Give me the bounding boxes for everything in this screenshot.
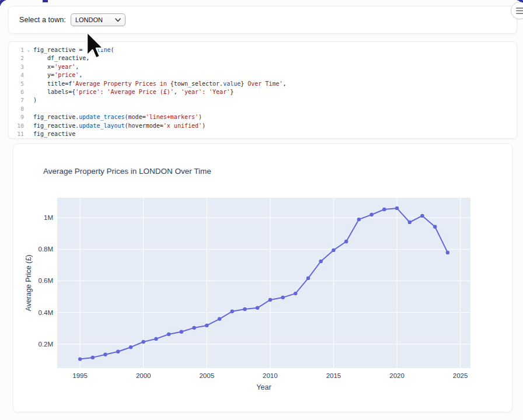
code-line: 3 x='year', <box>9 63 517 71</box>
data-point[interactable] <box>433 225 437 229</box>
data-point[interactable] <box>382 208 386 211</box>
line-number: 2 <box>9 54 24 62</box>
line-number: 10 <box>9 122 24 130</box>
y-tick-label: 0.4M <box>38 309 53 316</box>
code-text: fig_reactive <box>33 131 75 137</box>
chevron-down-icon <box>115 18 121 22</box>
town-selector-bar: Select a town: LONDON <box>8 6 517 34</box>
line-number: 9 <box>9 113 24 121</box>
x-tick-label: 2010 <box>263 372 278 379</box>
chart-title: Average Property Prices in LONDON Over T… <box>43 167 211 176</box>
code-line: 11fig_reactive <box>9 130 517 138</box>
code-text: df_reactive, <box>33 55 89 61</box>
code-text: ) <box>33 97 37 103</box>
line-number: 4 <box>9 71 24 79</box>
data-point[interactable] <box>243 307 246 311</box>
code-text: labels={'price': 'Average Price (£)', 'y… <box>33 89 233 95</box>
data-point[interactable] <box>306 276 310 280</box>
code-line: 7) <box>9 96 517 104</box>
y-tick-label: 0.2M <box>38 341 53 348</box>
code-line: 10fig_reactive.update_layout(hovermode='… <box>9 122 517 130</box>
town-selector-label: Select a town: <box>19 16 66 24</box>
x-tick-label: 2005 <box>199 372 214 379</box>
data-point[interactable] <box>231 310 234 313</box>
data-point[interactable] <box>218 317 221 321</box>
data-point[interactable] <box>269 298 272 302</box>
chart-output-card: 0.2M0.4M0.6M0.8M1M1995200020052010201520… <box>13 144 512 412</box>
data-point[interactable] <box>78 357 82 360</box>
data-point[interactable] <box>91 356 95 359</box>
code-line: 8 <box>9 105 517 113</box>
x-tick-label: 2025 <box>453 372 468 379</box>
line-number: 5 <box>9 80 24 88</box>
code-editor[interactable]: 1⌄fig_reactive = px.line(2 df_reactive,3… <box>8 41 517 139</box>
hamburger-icon <box>516 8 523 14</box>
line-number: 8 <box>9 105 24 113</box>
fold-caret-icon[interactable]: ⌄ <box>24 46 33 54</box>
x-tick-label: 2000 <box>136 372 151 379</box>
code-text: y='price', <box>33 72 82 78</box>
data-point[interactable] <box>395 206 399 210</box>
data-point[interactable] <box>256 306 259 310</box>
data-point[interactable] <box>408 220 412 224</box>
town-select-dropdown[interactable]: LONDON <box>71 13 125 26</box>
frame-corner-top-left <box>0 0 9 9</box>
line-number: 1 <box>9 46 24 54</box>
data-point[interactable] <box>180 330 183 334</box>
line-number: 7 <box>9 96 24 104</box>
line-number: 11 <box>9 130 24 138</box>
code-text: fig_reactive.update_traces(mode='lines+m… <box>33 114 202 120</box>
code-text: x='year', <box>33 64 79 70</box>
data-point[interactable] <box>154 337 158 341</box>
line-chart: 0.2M0.4M0.6M0.8M1M1995200020052010201520… <box>13 144 513 412</box>
data-point[interactable] <box>357 218 361 221</box>
y-tick-label: 1M <box>44 214 53 221</box>
data-point[interactable] <box>103 353 107 356</box>
data-point[interactable] <box>344 240 348 243</box>
code-text: title=f'Average Property Prices in {town… <box>33 80 287 87</box>
data-point[interactable] <box>281 296 284 299</box>
code-line: 9fig_reactive.update_traces(mode='lines+… <box>9 113 517 121</box>
x-axis-title: Year <box>256 383 271 391</box>
town-select-value: LONDON <box>75 16 103 23</box>
x-tick-label: 1995 <box>72 372 88 379</box>
mouse-cursor-icon <box>85 32 105 62</box>
drag-handle-notch <box>43 0 48 2</box>
code-line: 5 title=f'Average Property Prices in {to… <box>9 80 517 88</box>
data-point[interactable] <box>116 350 120 354</box>
code-line: 6 labels={'price': 'Average Price (£)', … <box>9 88 517 96</box>
data-point[interactable] <box>142 340 145 344</box>
data-point[interactable] <box>294 292 297 295</box>
x-tick-label: 2020 <box>389 372 405 379</box>
data-point[interactable] <box>369 213 373 216</box>
y-tick-label: 0.6M <box>38 277 53 284</box>
data-point[interactable] <box>129 345 133 349</box>
y-axis-title: Average Price (£) <box>25 254 33 311</box>
code-text: fig_reactive.update_layout(hovermode='x … <box>33 123 205 129</box>
code-line: 4 y='price', <box>9 71 517 79</box>
data-point[interactable] <box>446 251 449 254</box>
line-number: 6 <box>9 88 24 96</box>
data-point[interactable] <box>319 260 323 263</box>
data-point[interactable] <box>205 324 208 327</box>
x-tick-label: 2015 <box>326 372 341 379</box>
line-number: 3 <box>9 63 24 71</box>
data-point[interactable] <box>167 332 170 336</box>
data-point[interactable] <box>420 214 424 218</box>
y-tick-label: 0.8M <box>38 246 53 253</box>
data-point[interactable] <box>192 326 196 330</box>
data-point[interactable] <box>332 249 335 252</box>
